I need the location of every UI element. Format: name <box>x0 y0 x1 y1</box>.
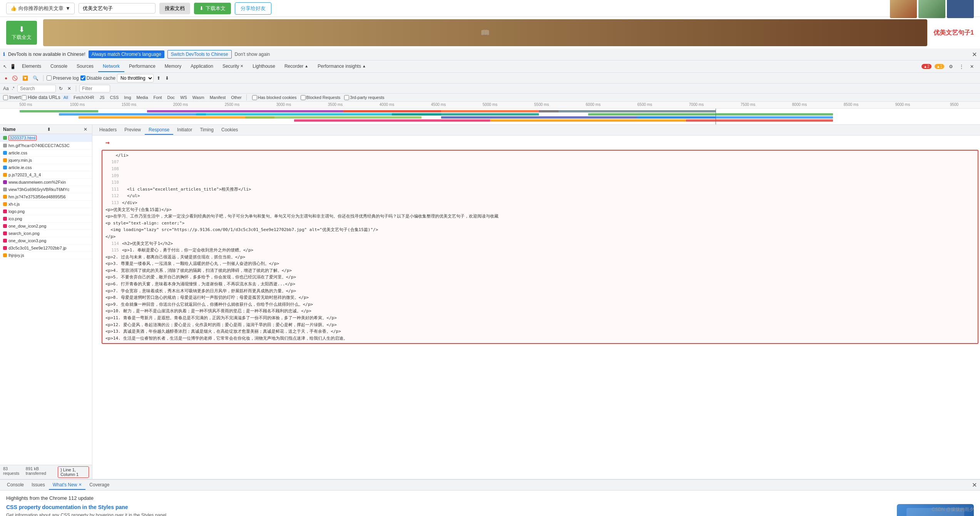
filter-input[interactable] <box>79 85 110 92</box>
tab-cookies[interactable]: Cookies <box>217 126 242 135</box>
code-line-p2: <p>在学习、工作乃至生活中，大家一定没少看到经典的句子吧，句子可分为单句和复句… <box>105 213 975 220</box>
tab-initiator[interactable]: Initiator <box>173 126 196 135</box>
tab-console-bottom[interactable]: Console <box>3 481 28 490</box>
tab-security[interactable]: Security ✕ <box>218 61 248 72</box>
throttle-select[interactable]: No throttling <box>117 74 154 82</box>
thumbnail-3 <box>947 0 974 18</box>
lang-bar-info: DevTools is now available in Chinese! <box>8 52 85 57</box>
tab-issues-bottom[interactable]: Issues <box>28 481 49 490</box>
file-item-www[interactable]: www.duanmeiwen.com%2Fxin <box>0 179 92 186</box>
file-item-jquery[interactable]: jquery.min.js <box>0 157 92 164</box>
tab-headers[interactable]: Headers <box>95 126 120 135</box>
file-item-article-css[interactable]: article.css <box>0 149 92 157</box>
info-icon: ℹ <box>3 52 5 57</box>
device-tool-button[interactable]: 📱 <box>8 63 17 70</box>
tab-performance-insights[interactable]: Performance insights ▲ <box>313 61 371 72</box>
third-party-requests-checkbox[interactable]: 3rd-party requests <box>344 95 384 100</box>
search-network-button[interactable]: 🔍 <box>31 75 40 82</box>
tab-console[interactable]: Console <box>46 61 72 72</box>
share-button[interactable]: 分享给好友 <box>235 2 271 15</box>
filter-js-button[interactable]: JS <box>97 94 107 101</box>
cursor-tool-button[interactable]: ↖ <box>2 63 8 70</box>
search-doc-button[interactable]: 搜索文档 <box>159 3 190 14</box>
download-big-button[interactable]: ⬇ 下载全文 <box>6 21 37 45</box>
filter-other-button[interactable]: Other <box>229 94 244 101</box>
blocked-requests-checkbox[interactable]: Blocked Requests <box>301 95 341 100</box>
file-item-d3c5[interactable]: d3c5c3c01_5ee9e12702bb7.jp <box>0 245 92 252</box>
more-options-icon[interactable]: ⋮ <box>958 63 965 70</box>
filter-css-button[interactable]: CSS <box>108 94 121 101</box>
filter-doc-button[interactable]: Doc <box>165 94 177 101</box>
file-item-gif[interactable]: hm.gif?hca=D740ECEC7AC53C <box>0 142 92 149</box>
dont-show-again-button[interactable]: Don't show again <box>235 52 270 57</box>
code-line-p1: <p>优美文艺句子(合集15篇)</p> <box>105 206 975 213</box>
tab-elements[interactable]: Elements <box>17 61 46 72</box>
file-item-search-icon[interactable]: search_icon.png <box>0 230 92 237</box>
response-content[interactable]: → </li> 107 108 109 <box>92 136 980 479</box>
tab-preview[interactable]: Preview <box>120 126 145 135</box>
close-whats-new-icon[interactable]: ✕ <box>79 482 82 487</box>
filter-ws-button[interactable]: WS <box>178 94 189 101</box>
settings-icon[interactable]: ⚙ <box>947 63 955 70</box>
tab-performance[interactable]: Performance <box>124 61 160 72</box>
tab-recorder[interactable]: Recorder ▲ <box>280 61 313 72</box>
search-input[interactable] <box>17 85 56 92</box>
tab-network[interactable]: Network <box>98 61 124 72</box>
file-item-hm-js[interactable]: hm.js?47e3753f56ed48895f56 <box>0 193 92 201</box>
file-item-logo[interactable]: logo.png <box>0 208 92 215</box>
clear-button[interactable]: 🚫 <box>10 75 19 82</box>
tab-coverage[interactable]: Coverage <box>85 481 113 490</box>
filter-fetch-xhr-button[interactable]: Fetch/XHR <box>71 94 97 101</box>
tab-sources[interactable]: Sources <box>72 61 98 72</box>
download-button[interactable]: ⬇ 下载本文 <box>194 3 231 14</box>
tab-timing[interactable]: Timing <box>196 126 217 135</box>
filter-all-button[interactable]: All <box>61 94 70 101</box>
tab-whats-new[interactable]: What's New ✕ <box>49 481 86 490</box>
has-blocked-cookies-checkbox[interactable]: Has blocked cookies <box>252 95 297 100</box>
sort-icon[interactable]: ⬍ <box>45 126 52 133</box>
timeline-ruler: 500 ms 1000 ms 1500 ms 2000 ms 2500 ms 3… <box>0 102 980 109</box>
file-item-view[interactable]: view?3hGs696SryVBRkuT6MYc <box>0 186 92 193</box>
clear-search-button[interactable]: ✕ <box>66 85 73 92</box>
file-item-p-js[interactable]: p.js?2023_4_3_4 <box>0 171 92 179</box>
filter-media-button[interactable]: Media <box>134 94 151 101</box>
tab-response[interactable]: Response <box>145 126 173 135</box>
file-item-xh-t[interactable]: xh-t.js <box>0 201 92 208</box>
switch-to-chinese-button[interactable]: Switch DevTools to Chinese <box>167 50 232 59</box>
close-lang-bar-button[interactable]: ✕ <box>972 51 977 58</box>
close-devtools-button[interactable]: ✕ <box>968 63 975 70</box>
refresh-search-button[interactable]: ↻ <box>57 85 64 92</box>
filter-wasm-button[interactable]: Wasm <box>190 94 207 101</box>
file-item-html[interactable]: 3203373.html <box>0 134 92 142</box>
recommend-button[interactable]: 👍 向你推荐的相关文章 ▼ <box>6 3 75 14</box>
filter-icon[interactable]: 🔽 <box>21 75 30 82</box>
file-item-ie-css[interactable]: article.ie.css <box>0 164 92 171</box>
file-item-lhjnjvy[interactable]: lhjnjvy.js <box>0 252 92 259</box>
hide-data-urls-checkbox[interactable]: Hide data URLs <box>22 95 60 100</box>
case-sensitive-button[interactable]: .* <box>10 85 16 91</box>
file-item-one-dow-2[interactable]: one_dow_icon2.png <box>0 223 92 230</box>
recommend-label: 向你推荐的相关文章 <box>18 5 64 12</box>
devtools-lang-bar: ℹ DevTools is now available in Chinese! … <box>0 49 980 60</box>
export-icon[interactable]: ⬇ <box>164 75 171 82</box>
file-item-ico[interactable]: ico.png <box>0 215 92 223</box>
code-line-114: 114 <h2>优美文艺句子1</h2> <box>105 240 975 247</box>
filter-manifest-button[interactable]: Manifest <box>207 94 228 101</box>
invert-checkbox[interactable]: Invert <box>3 95 21 100</box>
mark-6500: 6500 ms <box>619 102 671 107</box>
bottom-content: Highlights from the Chrome 112 update CS… <box>0 491 980 516</box>
top-search-input[interactable] <box>79 3 156 13</box>
close-left-panel-button[interactable]: ✕ <box>82 126 89 133</box>
record-button[interactable]: ● <box>3 75 9 82</box>
disable-cache-checkbox[interactable]: Disable cache <box>80 75 115 81</box>
import-icon[interactable]: ⬆ <box>155 75 162 82</box>
tab-application[interactable]: Application <box>186 61 218 72</box>
tab-memory[interactable]: Memory <box>160 61 186 72</box>
close-bottom-panel-button[interactable]: ✕ <box>972 481 977 489</box>
always-match-language-button[interactable]: Always match Chrome's language <box>89 50 164 58</box>
preserve-log-checkbox[interactable]: Preserve log <box>47 75 79 81</box>
filter-img-button[interactable]: Img <box>122 94 133 101</box>
filter-font-button[interactable]: Font <box>151 94 164 101</box>
file-item-one-dow-3[interactable]: one_dow_icon3.png <box>0 237 92 245</box>
tab-lighthouse[interactable]: Lighthouse <box>248 61 280 72</box>
